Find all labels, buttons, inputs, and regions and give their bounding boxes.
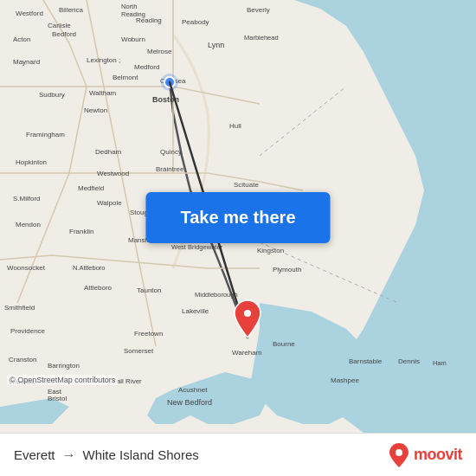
moovit-brand-text: moovit — [414, 446, 462, 464]
svg-text:Billerica: Billerica — [59, 6, 84, 14]
svg-text:Attleboro: Attleboro — [84, 284, 113, 292]
svg-text:Medfield: Medfield — [78, 184, 104, 192]
svg-text:Acushnet: Acushnet — [178, 386, 208, 394]
svg-text:Waltham: Waltham — [89, 89, 117, 97]
svg-text:Melrose: Melrose — [147, 48, 172, 55]
svg-text:Hull: Hull — [229, 122, 241, 130]
svg-text:Hopkinton: Hopkinton — [16, 158, 47, 166]
svg-text:Scituate: Scituate — [234, 181, 259, 189]
svg-text:Woburn: Woburn — [121, 35, 145, 43]
svg-text:Medford: Medford — [134, 63, 159, 71]
svg-text:Ham: Ham — [433, 359, 447, 367]
svg-text:Belmont: Belmont — [113, 74, 138, 81]
svg-text:Lexington ;: Lexington ; — [87, 56, 120, 64]
svg-text:Acton: Acton — [13, 35, 30, 43]
origin-label: Everett — [14, 447, 55, 462]
svg-text:North: North — [121, 3, 137, 10]
svg-text:Peabody: Peabody — [182, 18, 209, 26]
svg-text:Bourne: Bourne — [273, 340, 295, 348]
svg-text:Quincy: Quincy — [160, 148, 182, 156]
svg-text:Framingham: Framingham — [26, 131, 65, 138]
svg-text:Mendon: Mendon — [16, 221, 41, 228]
svg-point-71 — [244, 310, 251, 317]
svg-text:Freetown: Freetown — [134, 330, 163, 338]
svg-text:Maynard: Maynard — [13, 58, 40, 66]
svg-text:Wareham: Wareham — [232, 349, 262, 357]
svg-text:Lynn: Lynn — [208, 41, 224, 49]
svg-text:Braintree: Braintree — [156, 165, 184, 173]
bottom-bar: Everett → White Island Shores moovit — [0, 433, 476, 476]
map-container: Westford Billerica North Reading Beverly… — [0, 0, 476, 433]
svg-text:Somerset: Somerset — [124, 347, 154, 355]
svg-text:Westford: Westford — [16, 10, 43, 17]
arrow-right-icon: → — [62, 447, 76, 463]
svg-text:West Bridgewater: West Bridgewater — [171, 243, 223, 251]
svg-text:N.Attleboro: N.Attleboro — [73, 264, 106, 272]
svg-text:Westwood: Westwood — [97, 170, 129, 177]
svg-text:Dennis: Dennis — [398, 357, 420, 365]
svg-text:S.Milford: S.Milford — [13, 195, 41, 203]
svg-text:Middleborough: Middleborough — [195, 291, 238, 299]
svg-text:Sudbury: Sudbury — [39, 91, 65, 99]
svg-text:Walpole: Walpole — [97, 199, 122, 207]
take-me-there-button[interactable]: Take me there — [145, 192, 330, 243]
svg-text:Marblehead: Marblehead — [244, 34, 279, 42]
svg-text:Plymouth: Plymouth — [273, 266, 301, 273]
svg-text:Dedham: Dedham — [95, 148, 122, 156]
svg-text:Barnstable: Barnstable — [349, 357, 383, 365]
svg-text:New Bedford: New Bedford — [167, 398, 212, 407]
destination-label: White Island Shores — [83, 447, 199, 462]
svg-text:Carlisle: Carlisle — [48, 22, 71, 29]
svg-text:Cranston: Cranston — [9, 356, 36, 363]
svg-text:Barrington: Barrington — [48, 362, 80, 370]
svg-text:Reading: Reading — [136, 16, 162, 24]
moovit-logo: moovit — [389, 443, 462, 467]
svg-text:Bedford: Bedford — [52, 30, 76, 38]
svg-text:Beverly: Beverly — [247, 6, 270, 14]
svg-point-72 — [396, 449, 402, 456]
svg-text:Bristol: Bristol — [48, 395, 67, 402]
route-info: Everett → White Island Shores — [14, 447, 389, 463]
moovit-pin-icon — [389, 443, 408, 467]
svg-text:Woonsocket: Woonsocket — [7, 264, 46, 272]
copyright: © OpenStreetMap contributors — [7, 375, 118, 385]
svg-text:Kingston: Kingston — [257, 247, 284, 254]
svg-text:Lakeville: Lakeville — [182, 307, 209, 315]
svg-text:Taunton: Taunton — [137, 286, 161, 294]
svg-text:Smithfield: Smithfield — [4, 304, 35, 312]
svg-text:Newton: Newton — [84, 106, 107, 114]
svg-text:Providence: Providence — [10, 327, 46, 335]
svg-text:Mashpee: Mashpee — [331, 376, 359, 384]
svg-text:Franklin: Franklin — [69, 228, 93, 235]
